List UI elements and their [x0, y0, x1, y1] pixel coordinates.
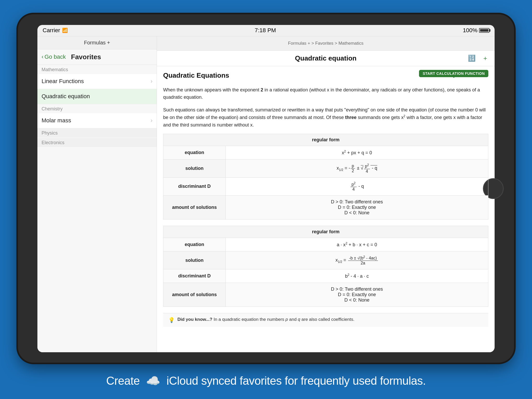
table-row: amount of solutions D > 0: Two different… [163, 196, 488, 220]
chevron-left-icon: ‹ [42, 54, 43, 60]
calculator-button[interactable]: 🔢 [467, 53, 477, 63]
sidebar-item-label: Molar mass [42, 117, 71, 124]
table-row: discriminant D b2 - 4 · a · c [163, 269, 488, 283]
row-value: x2 + px + q = 0 [226, 146, 488, 159]
add-button[interactable]: ＋ [480, 53, 490, 63]
lightbulb-icon: 💡 [168, 317, 175, 323]
section-header-physics: Physics [37, 128, 157, 137]
sidebar-item-molar-mass[interactable]: Molar mass › [37, 113, 157, 128]
right-panel: Formulas + > Favorites > Mathematics Qua… [157, 36, 495, 352]
row-label: amount of solutions [163, 196, 226, 220]
row-value: a · x2 + b · x + c = 0 [226, 238, 488, 251]
battery-percent: 100% [463, 27, 477, 34]
did-you-know-text: Did you know...? In a quadratic equation… [177, 317, 354, 322]
bottom-text-before: Create [106, 374, 140, 387]
chevron-right-icon: › [151, 117, 152, 124]
content-heading: Quadratic Equations [163, 71, 229, 79]
carrier-label: Carrier [43, 27, 60, 34]
page-title: Quadratic equation [295, 54, 357, 62]
row-label: equation [163, 238, 226, 251]
content-paragraph-1: When the unknown appears with the expone… [163, 86, 488, 101]
row-label: discriminant D [163, 269, 226, 283]
row-value: D > 0: Two different ones D = 0: Exactly… [226, 283, 488, 307]
table1-header: regular form [163, 134, 488, 146]
cloud-icon: ☁️ [146, 374, 160, 388]
go-back-label: Go back [44, 54, 66, 60]
row-value: D > 0: Two different ones D = 0: Exactly… [226, 196, 488, 220]
time-label: 7:18 PM [255, 27, 276, 34]
section-header-mathematics: Mathematics [37, 65, 157, 74]
sidebar-nav: ‹ Go back Favorites [37, 49, 157, 65]
formula-table-1: regular form equation x2 + px + q = 0 so… [163, 134, 488, 220]
battery-icon [479, 28, 489, 33]
table2-header: regular form [163, 226, 488, 238]
formula-table-2: regular form equation a · x2 + b · x + c… [163, 226, 488, 307]
wifi-icon: 📶 [62, 28, 68, 33]
go-back-button[interactable]: ‹ Go back [42, 54, 66, 60]
sidebar: Formulas + ‹ Go back Favorites Mathemati… [37, 36, 157, 352]
device-frame: Carrier 📶 7:18 PM 100% Formulas + [18, 14, 514, 363]
breadcrumb: Formulas + > Favorites > Mathematics [157, 36, 495, 51]
sidebar-app-title: Formulas + [37, 36, 157, 49]
did-you-know-section: 💡 Did you know...? In a quadratic equati… [163, 313, 488, 327]
section-header-electronics: Electronics [37, 138, 157, 147]
bottom-text-after: iCloud synced favorites for frequently u… [167, 374, 426, 387]
status-right: 100% [463, 27, 489, 34]
row-label: solution [163, 251, 226, 269]
row-label: amount of solutions [163, 283, 226, 307]
row-value: x1/2 = -b ± √(b2 - 4ac)2a [226, 251, 488, 269]
table-row: discriminant D p24 - q [163, 177, 488, 195]
row-value: b2 - 4 · a · c [226, 269, 488, 283]
chevron-right-icon: › [151, 78, 152, 85]
row-label: solution [163, 159, 226, 177]
sidebar-item-label: Linear Functions [42, 78, 84, 85]
section-header-chemistry: Chemistry [37, 104, 157, 113]
tooltip-bubble[interactable]: START CALCULATION FUNCTION [419, 70, 488, 77]
row-value: x1/2 = -p2 ± √p24 - q [226, 159, 488, 177]
table-row: solution x1/2 = -p2 ± √p24 - q [163, 159, 488, 177]
bottom-bar: Create ☁️ iCloud synced favorites for fr… [0, 363, 532, 399]
status-left: Carrier 📶 [43, 27, 68, 34]
row-label: discriminant D [163, 177, 226, 195]
row-value: p24 - q [226, 177, 488, 195]
content-scroll[interactable]: Quadratic Equations START CALCULATION FU… [157, 66, 495, 352]
table-row: amount of solutions D > 0: Two different… [163, 283, 488, 307]
title-bar: Quadratic equation 🔢 ＋ [157, 51, 495, 66]
sidebar-item-label: Quadratic equation [42, 93, 90, 100]
title-icons: 🔢 ＋ [467, 53, 490, 63]
status-bar: Carrier 📶 7:18 PM 100% [37, 25, 495, 36]
table-row: equation x2 + px + q = 0 [163, 146, 488, 159]
table-row: equation a · x2 + b · x + c = 0 [163, 238, 488, 251]
sidebar-item-quadratic[interactable]: Quadratic equation [37, 89, 157, 104]
row-label: equation [163, 146, 226, 159]
nav-title: Favorites [71, 53, 101, 61]
table-row: solution x1/2 = -b ± √(b2 - 4ac)2a [163, 251, 488, 269]
sidebar-item-linear-functions[interactable]: Linear Functions › [37, 74, 157, 89]
screen: Carrier 📶 7:18 PM 100% Formulas + [37, 25, 495, 352]
content-paragraph-2: Such equations can always be transformed… [163, 106, 488, 129]
content-area: Formulas + ‹ Go back Favorites Mathemati… [37, 36, 495, 352]
